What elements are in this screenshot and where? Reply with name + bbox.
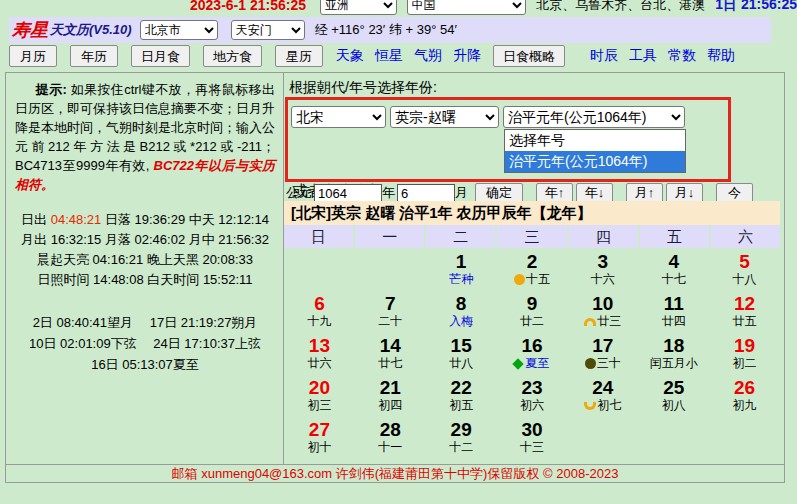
calendar-cell[interactable]: 10廿三 — [567, 292, 638, 334]
era-option[interactable]: 治平元年(公元1064年) — [505, 151, 685, 172]
toolbar-tab[interactable]: 地方食 — [203, 45, 262, 67]
calendar-cell[interactable]: 12廿五 — [709, 292, 780, 334]
toolbar-link[interactable]: 常数 — [668, 47, 696, 65]
toolbar-link[interactable]: 升降 — [453, 47, 481, 65]
month-input[interactable] — [397, 184, 455, 203]
calendar-era-title: [北宋]英宗 赵曙 治平1年 农历甲辰年【龙年】 — [284, 201, 780, 225]
year-up-button[interactable]: 年↑ — [536, 183, 573, 203]
calendar-cell[interactable]: 28十一 — [355, 418, 426, 460]
calendar-cell[interactable]: 4十七 — [638, 250, 709, 292]
calendar-cell[interactable]: 26初九 — [709, 376, 780, 418]
cell-lunar-text: 廿二 — [497, 314, 568, 329]
cell-lunar-text: 初五 — [426, 398, 497, 413]
calendar-cell[interactable]: 2十五 — [497, 250, 568, 292]
era-option[interactable]: 选择年号 — [505, 130, 685, 151]
sun-moon-times: 日出 04:48:21 日落 19:36:29 中天 12:12:14月出 16… — [15, 210, 275, 290]
month-up-button[interactable]: 月↑ — [626, 183, 663, 203]
link-group-astronomy: 天象恒星气朔升降 — [336, 47, 481, 65]
local-day-time: 1日 21:56:25 — [715, 0, 797, 14]
calendar-cell[interactable]: 3十六 — [567, 250, 638, 292]
calendar-cell[interactable]: 30十三 — [497, 418, 568, 460]
cell-day-number: 22 — [426, 377, 497, 398]
calendar-cell[interactable]: 23初六 — [497, 376, 568, 418]
calendar-cell[interactable]: 22初五 — [426, 376, 497, 418]
weekday-cell: 五 — [640, 225, 709, 248]
calendar-grid: 1芒种2十五3十六4十七5十八6十九7二十8入梅9廿二10廿三11廿四12廿五1… — [284, 250, 780, 460]
calendar-cell[interactable]: 18闰五月小 — [638, 334, 709, 376]
toolbar-link[interactable]: 气朔 — [414, 47, 442, 65]
calendar-cell[interactable]: 27初十 — [284, 418, 355, 460]
main-panel: 提示: 如果按住ctrl键不放，再将鼠标移出日历区，即可保持该日信息摘要不变；日… — [5, 72, 785, 483]
calendar-cell[interactable]: 25初八 — [638, 376, 709, 418]
new-moon-icon — [585, 358, 596, 369]
cell-lunar-text: 廿四 — [638, 314, 709, 329]
toolbar-tab[interactable]: 月历 — [9, 45, 57, 67]
year-input[interactable] — [314, 184, 382, 203]
year-suffix-label: 年 — [382, 184, 395, 202]
cell-lunar-text: 夏至 — [497, 356, 568, 371]
calendar-cell[interactable]: 19初二 — [709, 334, 780, 376]
calendar-cell[interactable]: 13廿六 — [284, 334, 355, 376]
calendar-cell[interactable]: 21初四 — [355, 376, 426, 418]
calendar-cell[interactable]: 8入梅 — [426, 292, 497, 334]
cell-day-number: 1 — [426, 251, 497, 272]
calendar-cell[interactable]: 15廿八 — [426, 334, 497, 376]
toolbar-link[interactable]: 恒星 — [375, 47, 403, 65]
tab-button-group: 月历年历日月食地方食星历 — [9, 45, 336, 67]
time-line: 日照时间 14:48:08 白天时间 15:52:11 — [15, 270, 275, 290]
calendar-cell[interactable]: 11廿四 — [638, 292, 709, 334]
tip-paragraph: 提示: 如果按住ctrl键不放，再将鼠标移出日历区，即可保持该日信息摘要不变；日… — [15, 80, 275, 194]
toolbar-tab[interactable]: 年历 — [70, 45, 118, 67]
cell-day-number: 3 — [567, 251, 638, 272]
era-select[interactable]: 治平元年(公元1064年) — [503, 106, 685, 128]
cell-day-number: 18 — [638, 335, 709, 356]
month-down-button[interactable]: 月↓ — [666, 183, 703, 203]
cell-day-number: 6 — [284, 293, 355, 314]
dynasty-select[interactable]: 北宋 — [291, 106, 386, 128]
toolbar-link[interactable]: 工具 — [629, 47, 657, 65]
confirm-button[interactable]: 确定 — [475, 183, 523, 203]
toolbar-tab[interactable]: 星历 — [275, 45, 323, 67]
calendar-cell[interactable]: 1芒种 — [426, 250, 497, 292]
country-select[interactable]: 中国 — [407, 0, 527, 15]
year-down-button[interactable]: 年↓ — [576, 183, 613, 203]
toolbar-tab[interactable]: 日月食 — [131, 45, 190, 67]
cell-day-number: 2 — [497, 251, 568, 272]
cell-lunar-text: 二十 — [355, 314, 426, 329]
event-line: 10日 02:01:09下弦 24日 17:10:37上弦 — [15, 333, 275, 354]
eclipse-overview-button[interactable]: 日食概略 — [493, 45, 565, 67]
cell-day-number: 20 — [284, 377, 355, 398]
city-select[interactable]: 北京市 — [140, 20, 218, 40]
calendar-cell[interactable]: 17三十 — [567, 334, 638, 376]
calendar-cell[interactable]: 24初七 — [567, 376, 638, 418]
cell-lunar-text: 十三 — [497, 440, 568, 455]
moon-phase-events: 2日 08:40:41望月 17日 21:19:27朔月10日 02:01:09… — [15, 312, 275, 375]
calendar-cell[interactable]: 6十九 — [284, 292, 355, 334]
weekday-cell: 日 — [284, 225, 353, 248]
cell-lunar-text: 廿八 — [426, 356, 497, 371]
calendar-cell[interactable]: 16夏至 — [497, 334, 568, 376]
cell-day-number: 15 — [426, 335, 497, 356]
toolbar-link[interactable]: 时辰 — [590, 47, 618, 65]
app-title-bar: 寿星 天文历(V5.10) 北京市 天安门 经 +116° 23′ 纬 + 39… — [9, 17, 771, 43]
time-line: 日出 04:48:21 日落 19:36:29 中天 12:12:14 — [15, 210, 275, 230]
toolbar-link[interactable]: 帮助 — [707, 47, 735, 65]
calendar-cell[interactable]: 14廿七 — [355, 334, 426, 376]
cell-lunar-text: 初十 — [284, 440, 355, 455]
copyright-footer: 邮箱 xunmeng04@163.com 许剑伟(福建莆田第十中学)保留版权 ©… — [6, 464, 784, 482]
region-select[interactable]: 亚洲 — [320, 0, 397, 15]
cell-lunar-text: 十八 — [709, 272, 780, 287]
emperor-select[interactable]: 英宗-赵曙 — [390, 106, 499, 128]
cell-lunar-text: 廿三 — [567, 314, 638, 329]
calendar-cell[interactable]: 29十二 — [426, 418, 497, 460]
calendar-cell[interactable]: 7二十 — [355, 292, 426, 334]
calendar-cell[interactable]: 20初三 — [284, 376, 355, 418]
cell-lunar-text: 初九 — [709, 398, 780, 413]
calendar-cell[interactable]: 5十八 — [709, 250, 780, 292]
today-button[interactable]: 今 — [716, 183, 753, 203]
calendar-cell[interactable]: 9廿二 — [497, 292, 568, 334]
current-datetime: 2023-6-1 21:56:25 — [190, 0, 306, 13]
site-select[interactable]: 天安门 — [231, 20, 305, 40]
timezone-cities-label: 北京、乌鲁木齐、台北、港澳 — [536, 0, 705, 14]
toolbar-link[interactable]: 天象 — [336, 47, 364, 65]
